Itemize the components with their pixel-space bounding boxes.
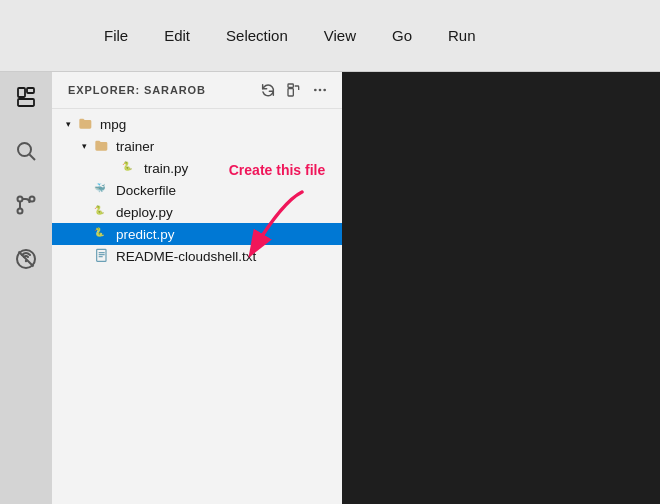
svg-rect-2 [27,88,34,93]
python-predict-icon: 🐍 [92,226,112,242]
chevron-trainer: ▾ [76,141,92,151]
remote-activity-icon[interactable] [9,242,43,276]
menu-file[interactable]: File [100,23,132,48]
label-predict-py: predict.py [116,227,175,242]
svg-point-15 [323,89,326,92]
menu-view[interactable]: View [320,23,360,48]
sidebar: EXPLORER: SARAROB [52,72,342,504]
explorer-activity-icon[interactable] [9,80,43,114]
svg-rect-1 [18,99,34,106]
svg-text:🐍: 🐍 [94,226,105,238]
refresh-icon[interactable] [260,82,276,98]
menu-go[interactable]: Go [388,23,416,48]
source-control-activity-icon[interactable] [9,188,43,222]
tree-item-predict-py[interactable]: 🐍 predict.py [52,223,342,245]
svg-rect-20 [97,249,106,261]
svg-point-14 [319,89,322,92]
label-deploy-py: deploy.py [116,205,173,220]
main-area: EXPLORER: SARAROB [0,72,660,504]
explorer-actions [260,82,328,98]
collapse-icon[interactable] [286,82,302,98]
svg-point-6 [30,197,35,202]
explorer-title: EXPLORER: SARAROB [68,84,206,96]
tree-item-mpg[interactable]: ▾ mpg [52,113,342,135]
svg-text:🐍: 🐍 [94,204,105,216]
menu-bar: File Edit Selection View Go Run [0,0,660,72]
svg-point-13 [314,89,317,92]
readme-icon [92,248,112,264]
label-mpg: mpg [100,117,126,132]
tree-item-train-py[interactable]: 🐍 train.py [52,157,342,179]
label-readme: README-cloudshell.txt [116,249,256,264]
label-trainer: trainer [116,139,154,154]
menu-run[interactable]: Run [444,23,480,48]
chevron-mpg: ▾ [60,119,76,129]
python-deploy-icon: 🐍 [92,204,112,220]
tree-item-dockerfile[interactable]: 🐳 Dockerfile [52,179,342,201]
menu-edit[interactable]: Edit [160,23,194,48]
editor-area [342,72,660,504]
svg-line-4 [30,155,36,161]
docker-icon: 🐳 [92,182,112,198]
svg-text:🐍: 🐍 [122,160,133,172]
svg-rect-12 [288,84,293,87]
svg-point-7 [18,209,23,214]
folder-mpg-icon [76,116,96,132]
folder-trainer-icon [92,138,112,154]
python-train-icon: 🐍 [120,160,140,176]
label-dockerfile: Dockerfile [116,183,176,198]
explorer-header: EXPLORER: SARAROB [52,72,342,109]
more-actions-icon[interactable] [312,82,328,98]
activity-bar [0,72,52,504]
search-activity-icon[interactable] [9,134,43,168]
svg-point-5 [18,197,23,202]
svg-point-3 [18,143,31,156]
tree-item-trainer[interactable]: ▾ trainer [52,135,342,157]
tree-item-readme[interactable]: README-cloudshell.txt [52,245,342,267]
svg-point-10 [25,260,27,262]
svg-rect-11 [288,89,293,96]
svg-text:🐳: 🐳 [94,182,106,194]
file-tree: ▾ mpg ▾ trainer 🐍 [52,109,342,504]
label-train-py: train.py [144,161,188,176]
tree-item-deploy-py[interactable]: 🐍 deploy.py [52,201,342,223]
menu-selection[interactable]: Selection [222,23,292,48]
svg-rect-0 [18,88,25,97]
